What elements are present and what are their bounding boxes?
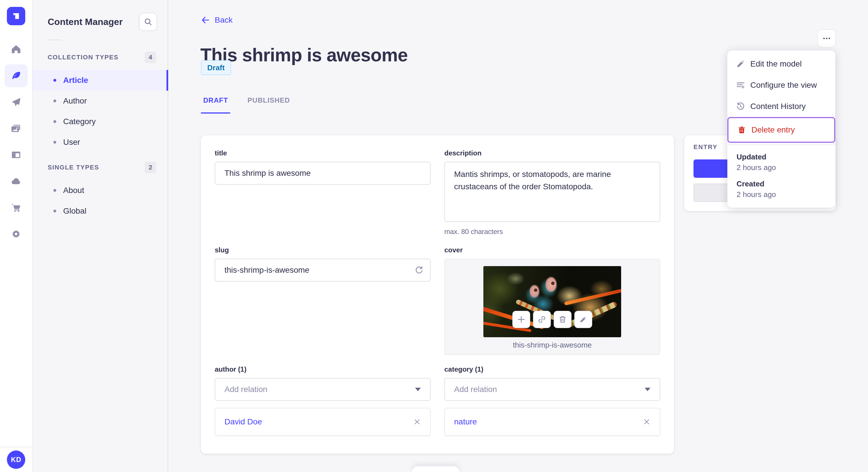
back-link[interactable]: Back xyxy=(201,15,232,25)
remove-relation-button[interactable] xyxy=(643,418,650,426)
sidebar-item-label: Category xyxy=(63,117,96,126)
category-relation-combobox[interactable]: Add relation xyxy=(444,378,660,401)
chevron-down-icon xyxy=(415,388,421,391)
title-input[interactable] xyxy=(215,162,431,185)
back-label: Back xyxy=(215,15,232,25)
created-value: 2 hours ago xyxy=(737,190,826,199)
close-icon xyxy=(643,418,650,426)
sidebar-item-label: Article xyxy=(63,76,88,85)
chevron-down-icon xyxy=(645,388,650,391)
add-asset-button[interactable] xyxy=(513,311,530,328)
sidebar-item-article[interactable]: Article xyxy=(33,70,167,91)
delete-entry-focus-ring: Delete entry xyxy=(727,117,835,143)
description-textarea[interactable]: Mantis shrimps, or stomatopods, are mari… xyxy=(444,162,660,222)
sidebar-item-label: Author xyxy=(63,96,87,105)
category-relation-item: nature xyxy=(444,408,660,436)
link-icon xyxy=(538,315,546,324)
relation-link[interactable]: David Doe xyxy=(224,417,262,427)
category-label: category (1) xyxy=(444,365,660,373)
more-options-button[interactable] xyxy=(817,29,836,47)
tab-draft[interactable]: DRAFT xyxy=(201,93,230,113)
sidebar-item-label: Global xyxy=(63,206,86,216)
cloud-icon[interactable] xyxy=(5,170,28,193)
bullet-icon xyxy=(53,79,56,82)
back-arrow-icon xyxy=(201,15,210,25)
created-label: Created xyxy=(737,179,826,189)
bullet-icon xyxy=(53,210,56,212)
delete-asset-button[interactable] xyxy=(554,311,571,328)
user-avatar[interactable]: KD xyxy=(7,450,25,469)
tabs: DRAFT PUBLISHED xyxy=(201,93,292,113)
plus-icon xyxy=(517,315,526,324)
bullet-icon xyxy=(53,100,56,102)
content-type-builder-icon[interactable] xyxy=(5,143,28,166)
cover-actions xyxy=(513,311,592,328)
refresh-icon xyxy=(414,266,424,275)
releases-icon[interactable] xyxy=(5,91,28,113)
author-relation-combobox[interactable]: Add relation xyxy=(215,378,431,401)
menu-item-configure-view[interactable]: Configure the view xyxy=(727,74,835,96)
section-count-badge: 2 xyxy=(145,162,156,173)
section-label: SINGLE TYPES xyxy=(48,164,99,171)
settings-gear-icon[interactable] xyxy=(5,223,28,245)
menu-divider xyxy=(727,144,835,145)
title-label: title xyxy=(215,149,431,157)
field-title: title xyxy=(215,149,431,236)
marketplace-cart-icon[interactable] xyxy=(5,196,28,219)
updated-value: 2 hours ago xyxy=(737,163,826,172)
pencil-icon xyxy=(736,59,745,69)
field-author: author (1) Add relation David Doe xyxy=(215,365,431,436)
sidebar-item-label: User xyxy=(63,138,80,147)
main-content: Back This shrimp is awesome Draft DRAFT … xyxy=(168,0,868,472)
page-title: This shrimp is awesome xyxy=(200,44,408,66)
edit-form-card: title description Mantis shrimps, or sto… xyxy=(201,135,674,453)
section-collection-types: COLLECTION TYPES 4 xyxy=(33,48,167,67)
trash-icon xyxy=(737,125,746,134)
ellipsis-icon xyxy=(822,34,831,43)
remove-relation-button[interactable] xyxy=(413,418,421,426)
regenerate-slug-button[interactable] xyxy=(414,266,424,275)
author-label: author (1) xyxy=(215,365,431,373)
section-single-types: SINGLE TYPES 2 xyxy=(33,158,167,177)
collapsed-action-bar[interactable] xyxy=(412,466,459,472)
bullet-icon xyxy=(53,189,56,192)
author-relation-item: David Doe xyxy=(215,408,431,436)
copy-link-button[interactable] xyxy=(533,311,551,328)
menu-item-content-history[interactable]: Content History xyxy=(727,96,835,117)
slug-input[interactable] xyxy=(215,259,431,281)
sidebar-item-global[interactable]: Global xyxy=(33,201,167,222)
section-count-badge: 4 xyxy=(145,52,156,63)
bullet-icon xyxy=(53,141,56,144)
status-badge: Draft xyxy=(201,60,231,75)
strapi-logo[interactable] xyxy=(7,7,25,25)
section-label: COLLECTION TYPES xyxy=(48,54,119,61)
edit-asset-button[interactable] xyxy=(575,311,592,328)
sidebar-item-about[interactable]: About xyxy=(33,180,167,201)
home-icon[interactable] xyxy=(5,38,28,61)
sidebar-item-category[interactable]: Category xyxy=(33,111,167,132)
search-button[interactable] xyxy=(139,12,157,31)
icon-rail: KD xyxy=(0,0,33,472)
sidebar-item-author[interactable]: Author xyxy=(33,91,167,111)
sidebar-item-user[interactable]: User xyxy=(33,132,167,153)
menu-item-edit-model[interactable]: Edit the model xyxy=(727,53,835,74)
menu-info: Updated 2 hours ago Created 2 hours ago xyxy=(727,153,835,199)
configure-icon xyxy=(736,80,745,90)
field-description: description Mantis shrimps, or stomatopo… xyxy=(444,149,660,236)
tab-published[interactable]: PUBLISHED xyxy=(245,93,292,113)
description-label: description xyxy=(444,149,660,157)
menu-item-label: Content History xyxy=(750,102,806,111)
relation-link[interactable]: nature xyxy=(454,417,477,427)
trash-icon xyxy=(558,315,567,324)
content-manager-icon[interactable] xyxy=(5,64,28,87)
media-library-icon[interactable] xyxy=(5,117,28,140)
sidebar-item-label: About xyxy=(63,186,84,195)
strapi-logo-icon xyxy=(11,11,21,21)
close-icon xyxy=(413,418,421,426)
cover-label: cover xyxy=(444,246,660,254)
updated-label: Updated xyxy=(737,153,826,162)
sidebar-divider xyxy=(48,40,61,40)
menu-item-delete-entry[interactable]: Delete entry xyxy=(728,118,834,142)
bullet-icon xyxy=(53,120,56,123)
options-menu: Edit the model Configure the view Conten… xyxy=(727,50,835,208)
